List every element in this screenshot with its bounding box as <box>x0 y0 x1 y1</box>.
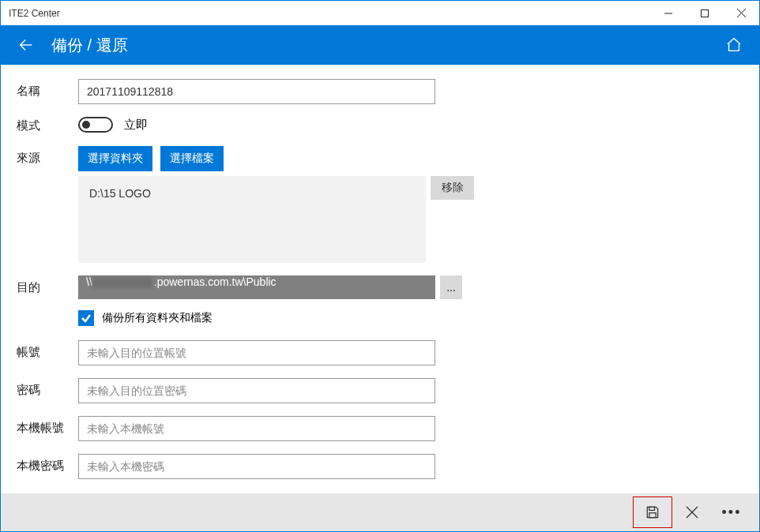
minimize-button[interactable] <box>650 1 687 25</box>
destination-suffix: .powernas.com.tw\Public <box>154 275 277 288</box>
window-title: ITE2 Center <box>9 8 60 19</box>
backup-form: 名稱 模式 立即 來源 選擇資料夾 選擇檔案 D:\15 LOGO 移除 <box>1 65 759 495</box>
password-label: 密碼 <box>17 378 78 398</box>
home-button[interactable] <box>723 34 745 56</box>
save-button[interactable] <box>633 496 672 528</box>
local-password-input[interactable] <box>78 454 435 479</box>
destination-prefix: \\ <box>86 275 92 288</box>
svg-rect-6 <box>649 507 655 510</box>
account-label: 帳號 <box>17 340 78 360</box>
toggle-knob <box>82 121 90 129</box>
close-button[interactable] <box>723 1 759 25</box>
mode-toggle[interactable] <box>78 117 113 133</box>
backup-all-label: 備份所有資料夾和檔案 <box>102 311 213 325</box>
password-input[interactable] <box>78 378 435 403</box>
remove-button[interactable]: 移除 <box>431 176 474 200</box>
name-input[interactable] <box>78 79 435 104</box>
svg-rect-5 <box>649 513 656 518</box>
maximize-button[interactable] <box>687 1 723 25</box>
select-file-button[interactable]: 選擇檔案 <box>160 146 224 171</box>
window-controls <box>650 1 759 25</box>
local-account-label: 本機帳號 <box>17 416 78 436</box>
source-label: 來源 <box>17 146 78 166</box>
local-account-input[interactable] <box>78 416 435 441</box>
footer-bar: ••• <box>1 493 759 531</box>
name-label: 名稱 <box>17 79 78 99</box>
local-password-label: 本機密碼 <box>17 454 78 474</box>
app-header: 備份 / 還原 <box>1 25 759 65</box>
mode-value: 立即 <box>124 118 148 133</box>
destination-label: 目的 <box>17 275 78 295</box>
select-folder-button[interactable]: 選擇資料夾 <box>78 146 152 171</box>
source-path-item[interactable]: D:\15 LOGO <box>89 187 151 200</box>
back-button[interactable] <box>15 34 37 56</box>
destination-input[interactable]: \\.powernas.com.tw\Public <box>78 275 435 299</box>
backup-all-checkbox[interactable] <box>78 310 94 326</box>
more-icon: ••• <box>722 504 742 521</box>
svg-rect-1 <box>702 9 709 17</box>
account-input[interactable] <box>78 340 435 365</box>
more-button[interactable]: ••• <box>712 496 751 528</box>
cancel-button[interactable] <box>672 496 712 528</box>
page-title: 備份 / 還原 <box>51 35 128 56</box>
title-bar: ITE2 Center <box>1 1 759 25</box>
browse-button[interactable]: ... <box>440 275 462 299</box>
source-list[interactable]: D:\15 LOGO <box>78 176 426 263</box>
destination-redacted <box>92 277 152 288</box>
mode-label: 模式 <box>17 117 78 133</box>
